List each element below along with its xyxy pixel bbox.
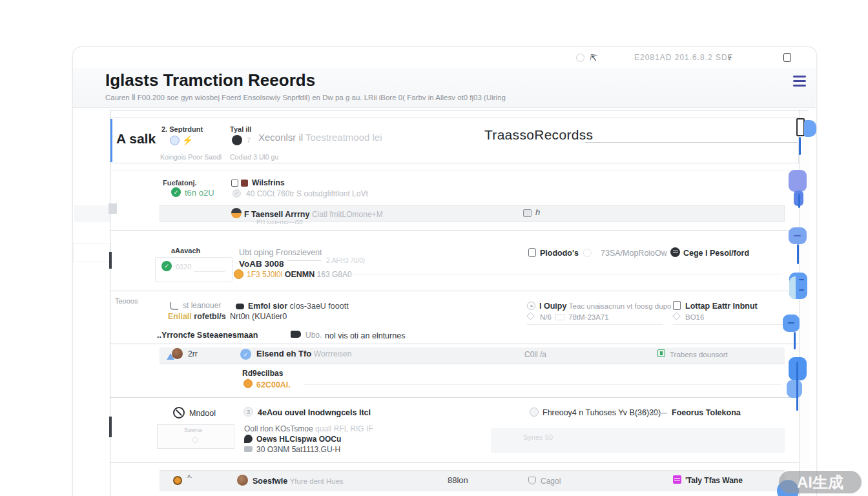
row3-box-value: 0320 xyxy=(176,263,191,271)
row2-sub-note: PH luce-mo—i50 xyxy=(256,219,303,226)
scrollbar-track[interactable] xyxy=(799,110,809,496)
scroll-thumb-1[interactable] xyxy=(804,120,816,137)
row6-faint: Synes 50 xyxy=(523,433,553,442)
row7-r2: 'Taly Tfas Wane xyxy=(685,477,743,486)
row6-sub1: Ooll rlon KOsTsmoe quall RFL RIG IF xyxy=(244,425,373,434)
row2-h-glyph: h xyxy=(535,208,540,218)
row5-note: Rd9ecilbas xyxy=(242,369,283,378)
row4-c2-top: Emfol sior clos-3aeU fooott xyxy=(248,302,349,311)
wallet-lines xyxy=(674,478,680,481)
scroll-tail-6 xyxy=(796,362,798,411)
faint-box-icon xyxy=(555,314,564,320)
row3-right-c: Cege l Pesol/ford xyxy=(683,249,749,258)
avatar xyxy=(172,348,183,359)
menu-bar xyxy=(793,80,806,82)
row3-right-a: Plododo's xyxy=(540,249,579,258)
row4-r1-underline xyxy=(527,324,663,325)
row4-r1d: 78tM·23A71 xyxy=(568,313,609,322)
menu-bar xyxy=(793,85,806,87)
scroll-thumb-4-light xyxy=(789,276,796,299)
scroll-dash-3 xyxy=(794,235,801,236)
divider xyxy=(110,397,799,398)
row7-r1: Cagol xyxy=(541,477,561,486)
row6-box-label: Sawna xyxy=(184,427,202,433)
row3-line1: Ubt oping Fronszievent xyxy=(239,248,322,257)
calendar-icon[interactable] xyxy=(523,209,532,217)
hand-icon xyxy=(170,302,178,310)
row3-l3a: 1F3 5J0l0l xyxy=(247,270,282,279)
row1-desc-b: Toestreatmood lei xyxy=(305,132,382,143)
scroll-thumb-2[interactable] xyxy=(789,170,807,192)
row3-box-squiggle xyxy=(194,271,225,272)
row3-dash xyxy=(287,260,321,261)
status-circle-icon[interactable] xyxy=(576,54,584,62)
row5-trailing-line xyxy=(304,384,781,385)
row4-banner-c: nol vis oti an elnturnes xyxy=(325,331,405,340)
pin-icon[interactable]: ⇱ xyxy=(587,52,600,63)
product-icon xyxy=(528,248,536,257)
pill-dark-icon xyxy=(236,304,244,309)
divider xyxy=(110,291,799,291)
row7-name-a: Soesfwle xyxy=(253,477,287,486)
row3-line2: VoAB 3008 xyxy=(239,259,284,269)
row2-amount: t6n o2U xyxy=(185,189,214,198)
globe-icon xyxy=(170,136,180,145)
row4-c1-top: st leanouer xyxy=(183,302,221,311)
margin-dark-bar xyxy=(109,252,112,269)
row1-desc-a: Xeconlsr il xyxy=(258,132,303,143)
square-dark-icon xyxy=(241,180,248,187)
divider xyxy=(110,170,799,171)
gear-center xyxy=(530,305,533,307)
row3-right-b: 73SA/MopRoloOw xyxy=(601,249,667,258)
window-restore-icon[interactable] xyxy=(783,53,791,62)
row5-mid: C0ll /a xyxy=(524,351,546,360)
card-lines xyxy=(673,251,678,254)
screen: ⇱ E2081AD 201.6.8.2 SDF ♀ Iglasts Tramct… xyxy=(0,0,868,496)
bolt-icon: ⚡ xyxy=(183,135,192,145)
row4-r1-top: l Ouipy Teac unaisacnun vt foosg dupo xyxy=(539,302,671,311)
row5-amount: 62C00Al. xyxy=(256,380,291,389)
coin-icon xyxy=(234,269,243,279)
scroll-thumb-6b[interactable] xyxy=(787,380,802,398)
scroll-tail-3 xyxy=(797,244,799,264)
row3-l3c: 163 G8A0 xyxy=(317,270,352,279)
clipboard-icon[interactable] xyxy=(673,301,681,310)
row3-line1b: 2-AFH3 70/0) xyxy=(326,257,365,265)
row4-r2-underline xyxy=(673,324,794,325)
page-title: Iglasts Tramction Reeords xyxy=(105,71,315,90)
token-orange-icon xyxy=(173,476,182,485)
row7-mid: 88lon xyxy=(448,476,468,486)
row4-c2b: clos-3aeU fooott xyxy=(290,302,349,311)
prohibit-slash xyxy=(176,409,182,416)
avatar-dark-icon xyxy=(232,135,242,145)
status-dot-icon xyxy=(530,408,539,417)
divider xyxy=(110,344,799,344)
row7-name: Soesfwle Yfure dent Hues xyxy=(253,477,344,486)
row1-col1-title: 2. Septrdunt xyxy=(161,125,203,134)
row1-col1-sub: Koingois Poor Saodl xyxy=(160,153,222,161)
row4-c2a: Emfol sior xyxy=(248,302,287,311)
check-icon: ✓ xyxy=(171,187,181,197)
row3-trailing-line xyxy=(352,274,781,275)
check-icon: ✓ xyxy=(161,261,172,271)
scroll-dash-4a xyxy=(799,279,804,280)
gear-icon[interactable] xyxy=(527,302,535,310)
flag-icon[interactable]: ♀ xyxy=(725,52,735,63)
row2-name: Wilsfrins xyxy=(252,179,285,188)
divider xyxy=(110,230,799,231)
topbar-status: E2081AD 201.6.8.2 SDF xyxy=(634,54,733,63)
row2-sub-a: F Taensell Arrrny xyxy=(244,210,309,219)
row4-c2-bottom: Nrt0n (KUAtier0 xyxy=(230,312,287,321)
badge-count: 3 xyxy=(243,407,253,417)
menu-button[interactable] xyxy=(793,76,807,87)
row1-name: A salk xyxy=(116,131,156,147)
margin-dark-bar xyxy=(109,417,112,437)
row1-underline[interactable] xyxy=(585,142,798,143)
watermark-text: AI生成 xyxy=(797,473,843,491)
row6-s1a: Ooll rlon KOsTsmoe xyxy=(244,424,313,433)
row2-desc: 40 C0Ct 760tr S ootsdgfifttlont LoVt xyxy=(246,190,368,199)
card-icon xyxy=(670,247,680,257)
row4-c1b-a: Enliall xyxy=(168,312,192,321)
row4-r2b: BO16 xyxy=(685,313,704,322)
margin-stub xyxy=(74,205,110,222)
